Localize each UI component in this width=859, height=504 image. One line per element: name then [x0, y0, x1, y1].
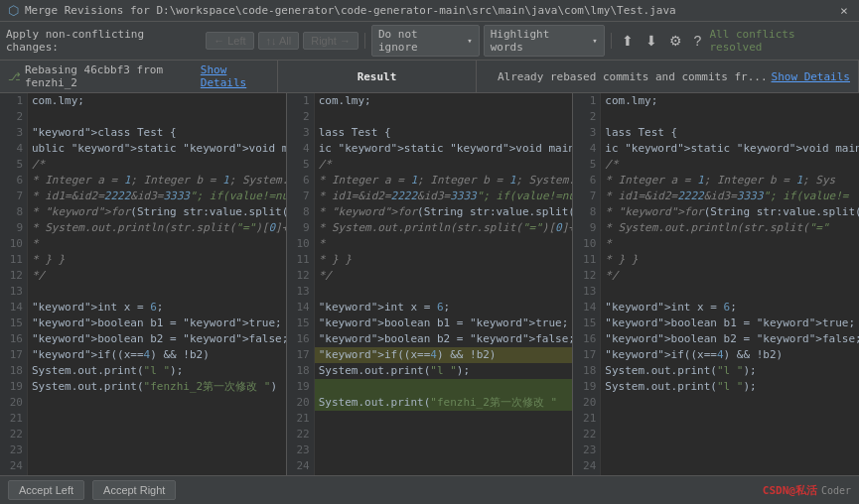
code-line	[601, 395, 859, 411]
line-number: 14	[291, 300, 310, 315]
code-line: /*	[28, 157, 286, 173]
code-line: "keyword">boolean b2 = "keyword">false;	[601, 331, 859, 347]
watermark-sub-text: Coder	[821, 485, 851, 496]
line-number: 6	[577, 173, 596, 189]
line-number: 19	[4, 379, 23, 395]
line-number: 5	[291, 157, 310, 173]
code-line	[601, 411, 859, 427]
line-number: 9	[4, 220, 23, 236]
code-line	[28, 284, 286, 300]
accept-all-btn[interactable]: ↑↓ All	[258, 32, 300, 50]
code-line: System.out.print("fenzhi_2第一次修改 "	[315, 395, 573, 411]
line-number: 9	[291, 220, 310, 236]
code-line	[601, 427, 859, 442]
line-number: 22	[291, 427, 310, 442]
code-line: "keyword">if((x==4) && !b2)	[28, 347, 286, 363]
line-number: 20	[577, 395, 596, 411]
code-line: * } }	[28, 252, 286, 268]
do-not-ignore-dropdown[interactable]: Do not ignore ▾	[371, 25, 480, 57]
code-line: */	[601, 268, 859, 284]
accept-left-toolbar-btn[interactable]: ← Left	[206, 32, 253, 50]
left-code-scroll[interactable]: 1234567891011121314151617181920212223242…	[0, 93, 286, 475]
line-number: 10	[291, 236, 310, 252]
code-line	[28, 395, 286, 411]
bottom-right-area: CSDN@私活 Coder	[763, 483, 851, 498]
bottom-bar: Accept Left Accept Right CSDN@私活 Coder	[0, 475, 859, 504]
line-number: 5	[4, 157, 23, 173]
help-btn[interactable]: ?	[690, 31, 706, 51]
code-line	[601, 442, 859, 458]
code-line	[28, 458, 286, 474]
line-number: 5	[577, 157, 596, 173]
code-line: * System.out.println(str.split("=")[0]+	[28, 220, 286, 236]
code-line: com.lmy;	[28, 93, 286, 109]
line-number: 23	[291, 442, 310, 458]
line-number: 12	[4, 268, 23, 284]
line-number: 21	[291, 411, 310, 427]
watermark-text: CSDN@私活	[763, 483, 817, 498]
line-number: 24	[577, 458, 596, 474]
line-number: 3	[577, 125, 596, 141]
left-show-details-link[interactable]: Show Details	[201, 63, 269, 89]
line-number: 23	[577, 442, 596, 458]
code-line: System.out.print("fenzhi_2第一次修改 ")	[28, 379, 286, 395]
dropdown-arrow-icon: ▾	[467, 36, 472, 46]
line-number: 20	[291, 395, 310, 411]
line-number: 3	[291, 125, 310, 141]
line-number: 1	[577, 93, 596, 109]
line-number: 22	[577, 427, 596, 442]
line-number: 4	[291, 141, 310, 157]
code-line: * "keyword">for(String str:value.split("…	[601, 204, 859, 220]
middle-code-scroll[interactable]: 1234567891011121314151617181920212223242…	[287, 93, 573, 475]
line-number: 7	[577, 189, 596, 204]
line-number: 22	[4, 427, 23, 442]
line-number: 21	[4, 411, 23, 427]
line-number: 2	[4, 109, 23, 125]
merge-icon: ⬡	[8, 3, 19, 18]
settings-btn[interactable]: ⚙	[665, 31, 686, 51]
code-line	[28, 411, 286, 427]
right-show-details-link[interactable]: Show Details	[772, 70, 850, 83]
line-number: 1	[4, 93, 23, 109]
code-line: System.out.print("l ");	[601, 379, 859, 395]
code-line: "keyword">int x = 6;	[315, 300, 573, 315]
line-number: 12	[577, 268, 596, 284]
accept-right-button[interactable]: Accept Right	[92, 480, 176, 500]
code-line: "keyword">if((x==4) && !b2)	[601, 347, 859, 363]
line-number: 15	[4, 315, 23, 331]
line-number: 16	[577, 331, 596, 347]
line-number: 2	[291, 109, 310, 125]
code-line: /*	[601, 157, 859, 173]
prev-conflict-btn[interactable]: ⬆	[618, 31, 638, 51]
line-number: 13	[4, 284, 23, 300]
code-line	[315, 109, 573, 125]
line-number: 17	[577, 347, 596, 363]
code-line: "keyword">if((x==4) && !b2)	[315, 347, 573, 363]
highlight-words-dropdown[interactable]: Highlight words ▾	[484, 25, 605, 57]
code-line: System.out.print("l ");	[28, 363, 286, 379]
code-line: * System.out.println(str.split("=")[0]+	[315, 220, 573, 236]
code-line: /*	[315, 157, 573, 173]
line-number: 9	[577, 220, 596, 236]
accept-right-toolbar-btn[interactable]: Right →	[303, 32, 358, 50]
line-number: 24	[4, 458, 23, 474]
left-branch-section: ⎇ Rebasing 46cbbf3 from fenzhi_2 Show De…	[0, 61, 278, 92]
line-number: 6	[291, 173, 310, 189]
code-line: *	[601, 236, 859, 252]
next-conflict-btn[interactable]: ⬇	[642, 31, 661, 51]
code-line	[28, 109, 286, 125]
separator-2	[611, 33, 612, 49]
code-line	[28, 442, 286, 458]
code-line: */	[28, 268, 286, 284]
right-code-scroll[interactable]: 1234567891011121314151617181920212223242…	[573, 93, 859, 475]
code-line	[601, 109, 859, 125]
line-number: 19	[291, 379, 310, 395]
code-line: * Integer a = 1; Integer b = 1; Sys	[601, 173, 859, 189]
close-button[interactable]: ×	[837, 4, 851, 18]
code-line	[315, 411, 573, 427]
code-line	[28, 427, 286, 442]
line-number: 14	[577, 300, 596, 315]
separator-1	[364, 33, 365, 49]
accept-left-button[interactable]: Accept Left	[8, 480, 84, 500]
middle-line-numbers: 1234567891011121314151617181920212223242…	[287, 93, 315, 475]
